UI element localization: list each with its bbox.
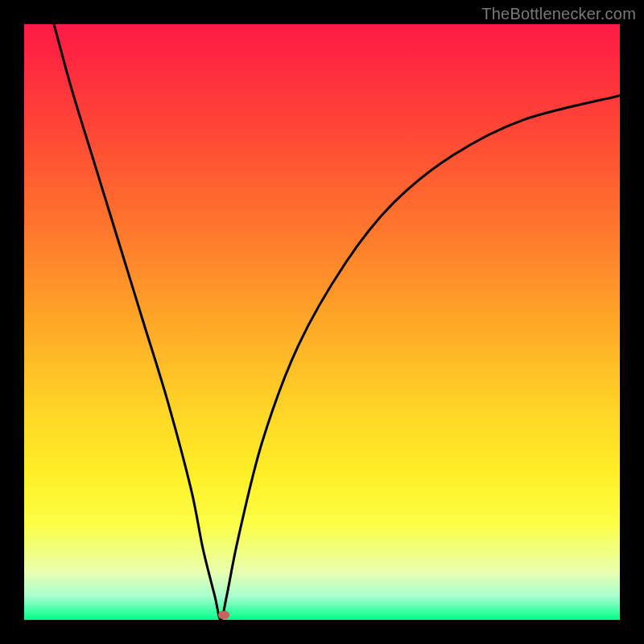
plot-area xyxy=(24,24,620,620)
watermark-text: TheBottlenecker.com xyxy=(481,5,636,23)
bottleneck-curve xyxy=(24,24,620,620)
curve-path xyxy=(54,24,620,620)
chart-frame: TheBottlenecker.com xyxy=(0,0,644,644)
minimum-marker xyxy=(218,611,229,619)
